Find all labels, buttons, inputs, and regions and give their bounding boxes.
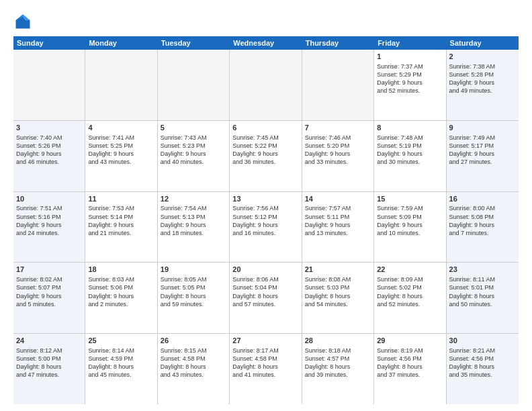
day-info: Sunrise: 7:54 AM Sunset: 5:13 PM Dayligh…: [161, 204, 226, 237]
day-number: 13: [232, 194, 298, 204]
day-info: Sunrise: 8:03 AM Sunset: 5:06 PM Dayligh…: [88, 275, 154, 308]
header-day-wednesday: Wednesday: [230, 36, 302, 50]
empty-cell: [158, 50, 230, 120]
day-cell-2: 2Sunrise: 7:38 AM Sunset: 5:28 PM Daylig…: [447, 50, 519, 120]
day-info: Sunrise: 8:12 AM Sunset: 5:00 PM Dayligh…: [16, 347, 82, 379]
day-number: 16: [449, 194, 516, 204]
empty-cell: [13, 50, 85, 120]
day-info: Sunrise: 7:43 AM Sunset: 5:23 PM Dayligh…: [161, 134, 226, 167]
day-number: 4: [88, 123, 154, 133]
empty-cell: [230, 50, 302, 120]
day-info: Sunrise: 8:11 AM Sunset: 5:01 PM Dayligh…: [449, 275, 516, 308]
day-number: 2: [449, 52, 516, 62]
day-cell-10: 10Sunrise: 7:51 AM Sunset: 5:16 PM Dayli…: [13, 192, 85, 263]
calendar-header: SundayMondayTuesdayWednesdayThursdayFrid…: [13, 36, 519, 50]
day-cell-20: 20Sunrise: 8:06 AM Sunset: 5:04 PM Dayli…: [230, 263, 302, 333]
day-cell-17: 17Sunrise: 8:02 AM Sunset: 5:07 PM Dayli…: [13, 263, 85, 333]
day-info: Sunrise: 7:51 AM Sunset: 5:16 PM Dayligh…: [16, 204, 82, 237]
day-cell-26: 26Sunrise: 8:15 AM Sunset: 4:58 PM Dayli…: [158, 334, 230, 404]
day-info: Sunrise: 8:05 AM Sunset: 5:05 PM Dayligh…: [161, 275, 226, 308]
header-day-monday: Monday: [85, 36, 157, 50]
day-number: 24: [16, 336, 82, 346]
day-info: Sunrise: 8:19 AM Sunset: 4:56 PM Dayligh…: [377, 347, 443, 379]
day-cell-22: 22Sunrise: 8:09 AM Sunset: 5:02 PM Dayli…: [374, 263, 446, 333]
day-number: 6: [232, 123, 298, 133]
day-number: 28: [305, 336, 371, 346]
day-number: 27: [232, 336, 298, 346]
day-info: Sunrise: 8:09 AM Sunset: 5:02 PM Dayligh…: [377, 275, 443, 308]
day-info: Sunrise: 8:15 AM Sunset: 4:58 PM Dayligh…: [161, 347, 226, 379]
day-number: 21: [305, 265, 371, 275]
day-cell-19: 19Sunrise: 8:05 AM Sunset: 5:05 PM Dayli…: [158, 263, 230, 333]
day-cell-5: 5Sunrise: 7:43 AM Sunset: 5:23 PM Daylig…: [158, 121, 230, 191]
day-info: Sunrise: 8:17 AM Sunset: 4:58 PM Dayligh…: [232, 347, 298, 379]
day-number: 1: [377, 52, 443, 62]
day-info: Sunrise: 7:41 AM Sunset: 5:25 PM Dayligh…: [88, 134, 154, 167]
week-row-5: 24Sunrise: 8:12 AM Sunset: 5:00 PM Dayli…: [13, 334, 519, 404]
empty-cell: [302, 50, 374, 120]
header: [13, 12, 519, 31]
day-info: Sunrise: 8:14 AM Sunset: 4:59 PM Dayligh…: [88, 347, 154, 379]
day-number: 23: [449, 265, 516, 275]
day-cell-29: 29Sunrise: 8:19 AM Sunset: 4:56 PM Dayli…: [374, 334, 446, 404]
day-cell-14: 14Sunrise: 7:57 AM Sunset: 5:11 PM Dayli…: [302, 192, 374, 263]
day-info: Sunrise: 8:06 AM Sunset: 5:04 PM Dayligh…: [232, 275, 298, 308]
day-cell-30: 30Sunrise: 8:21 AM Sunset: 4:56 PM Dayli…: [447, 334, 519, 404]
day-cell-21: 21Sunrise: 8:08 AM Sunset: 5:03 PM Dayli…: [302, 263, 374, 333]
day-number: 11: [88, 194, 154, 204]
day-info: Sunrise: 7:59 AM Sunset: 5:09 PM Dayligh…: [377, 204, 443, 237]
day-info: Sunrise: 8:21 AM Sunset: 4:56 PM Dayligh…: [449, 347, 516, 379]
header-day-saturday: Saturday: [447, 36, 519, 50]
day-number: 10: [16, 194, 82, 204]
day-number: 7: [305, 123, 371, 133]
page: SundayMondayTuesdayWednesdayThursdayFrid…: [0, 0, 532, 411]
day-number: 29: [377, 336, 443, 346]
header-day-tuesday: Tuesday: [158, 36, 230, 50]
day-info: Sunrise: 7:57 AM Sunset: 5:11 PM Dayligh…: [305, 204, 371, 237]
day-info: Sunrise: 7:49 AM Sunset: 5:17 PM Dayligh…: [449, 134, 516, 167]
day-cell-16: 16Sunrise: 8:00 AM Sunset: 5:08 PM Dayli…: [447, 192, 519, 263]
day-cell-15: 15Sunrise: 7:59 AM Sunset: 5:09 PM Dayli…: [374, 192, 446, 263]
day-info: Sunrise: 7:37 AM Sunset: 5:29 PM Dayligh…: [377, 62, 443, 95]
day-cell-12: 12Sunrise: 7:54 AM Sunset: 5:13 PM Dayli…: [158, 192, 230, 263]
empty-cell: [85, 50, 157, 120]
day-cell-11: 11Sunrise: 7:53 AM Sunset: 5:14 PM Dayli…: [85, 192, 157, 263]
day-info: Sunrise: 7:40 AM Sunset: 5:26 PM Dayligh…: [16, 134, 82, 167]
day-cell-7: 7Sunrise: 7:46 AM Sunset: 5:20 PM Daylig…: [302, 121, 374, 191]
calendar: SundayMondayTuesdayWednesdayThursdayFrid…: [13, 36, 519, 404]
day-number: 12: [161, 194, 226, 204]
week-row-4: 17Sunrise: 8:02 AM Sunset: 5:07 PM Dayli…: [13, 263, 519, 334]
day-info: Sunrise: 7:38 AM Sunset: 5:28 PM Dayligh…: [449, 62, 516, 95]
day-cell-6: 6Sunrise: 7:45 AM Sunset: 5:22 PM Daylig…: [230, 121, 302, 191]
day-number: 26: [161, 336, 226, 346]
day-info: Sunrise: 7:53 AM Sunset: 5:14 PM Dayligh…: [88, 204, 154, 237]
day-info: Sunrise: 8:18 AM Sunset: 4:57 PM Dayligh…: [305, 347, 371, 379]
day-number: 30: [449, 336, 516, 346]
day-cell-13: 13Sunrise: 7:56 AM Sunset: 5:12 PM Dayli…: [230, 192, 302, 263]
day-number: 18: [88, 265, 154, 275]
day-number: 25: [88, 336, 154, 346]
header-day-thursday: Thursday: [302, 36, 374, 50]
logo-icon: [13, 12, 32, 31]
week-row-2: 3Sunrise: 7:40 AM Sunset: 5:26 PM Daylig…: [13, 121, 519, 192]
day-number: 8: [377, 123, 443, 133]
day-number: 3: [16, 123, 82, 133]
calendar-body: 1Sunrise: 7:37 AM Sunset: 5:29 PM Daylig…: [13, 50, 519, 404]
logo: [13, 12, 35, 31]
day-cell-28: 28Sunrise: 8:18 AM Sunset: 4:57 PM Dayli…: [302, 334, 374, 404]
day-cell-3: 3Sunrise: 7:40 AM Sunset: 5:26 PM Daylig…: [13, 121, 85, 191]
day-number: 14: [305, 194, 371, 204]
day-cell-27: 27Sunrise: 8:17 AM Sunset: 4:58 PM Dayli…: [230, 334, 302, 404]
day-info: Sunrise: 7:46 AM Sunset: 5:20 PM Dayligh…: [305, 134, 371, 167]
header-day-sunday: Sunday: [13, 36, 85, 50]
day-cell-4: 4Sunrise: 7:41 AM Sunset: 5:25 PM Daylig…: [85, 121, 157, 191]
header-day-friday: Friday: [374, 36, 446, 50]
day-number: 17: [16, 265, 82, 275]
week-row-1: 1Sunrise: 7:37 AM Sunset: 5:29 PM Daylig…: [13, 50, 519, 121]
day-number: 9: [449, 123, 516, 133]
day-number: 5: [161, 123, 226, 133]
day-info: Sunrise: 7:48 AM Sunset: 5:19 PM Dayligh…: [377, 134, 443, 167]
day-cell-18: 18Sunrise: 8:03 AM Sunset: 5:06 PM Dayli…: [85, 263, 157, 333]
day-cell-1: 1Sunrise: 7:37 AM Sunset: 5:29 PM Daylig…: [374, 50, 446, 120]
day-cell-24: 24Sunrise: 8:12 AM Sunset: 5:00 PM Dayli…: [13, 334, 85, 404]
